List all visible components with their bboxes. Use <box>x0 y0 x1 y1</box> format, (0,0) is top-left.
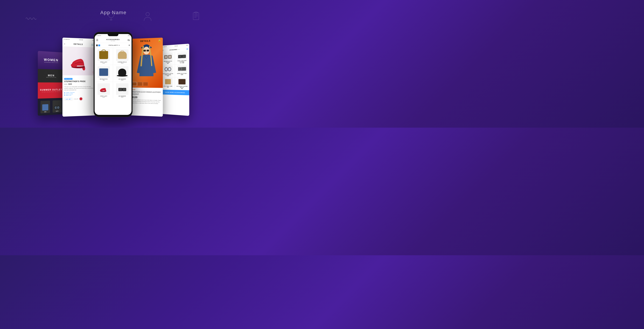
filter-chevron: ▾ <box>119 45 120 46</box>
description: This pair is an undisputable must-have o… <box>64 86 94 91</box>
det-header: ‹ DETAILS 🔒 <box>130 38 163 44</box>
product-price-air-bender: $190 <box>121 80 123 81</box>
carrier: PS SKETCH <box>96 35 101 36</box>
bag-illustration <box>99 51 108 59</box>
filter-label: POPULARITY <box>109 45 118 46</box>
grid-item-heels[interactable]: FIRST LADY $220 <box>95 82 113 99</box>
product-price-heels: $220 <box>102 96 105 98</box>
thumb-1[interactable] <box>132 82 137 86</box>
comb-img <box>163 78 172 85</box>
nav-title: DETAILS <box>74 43 83 46</box>
grid-item-sunglasses[interactable]: AIR BENDER $190 <box>113 82 132 99</box>
phone-notch <box>108 34 118 36</box>
detail-price: $120 <box>132 96 161 99</box>
s5-item-visitor[interactable]: OUTER SPACE VISITOR SUNGLASSES $295 <box>161 65 175 77</box>
feature-1: Leather / Polymers <box>64 92 94 93</box>
brownie-price: $68 <box>162 62 174 64</box>
s5-item-comb[interactable]: HOLLY MARY COMB $38 <box>161 77 175 90</box>
s5-item-brownie[interactable]: BROWNIE HIP SUN GLASSES $68 <box>161 52 175 65</box>
product-price-sunglasses: $190 <box>121 96 123 98</box>
grid-view-icon[interactable] <box>96 44 98 46</box>
glasses-shape <box>54 106 60 109</box>
screen-accessories-list: PS SKETCH 5:50 AM 100% ☰ ACCESORIES 59 ▾… <box>161 44 189 116</box>
show-more-button[interactable]: SHOW MORE ACCESSORIES <box>161 90 189 95</box>
price-1: $89 <box>44 111 46 112</box>
product-info: Mike & Myers STEPMOTHER'S PRIDE $380 $22… <box>62 75 96 102</box>
battery: 100% <box>186 45 188 46</box>
product-image-woodstock <box>98 66 110 78</box>
thumb-3[interactable] <box>143 82 148 86</box>
grid-item-first-lady[interactable]: FIRST LADY $220 <box>95 48 113 65</box>
grid-item-woodstock[interactable]: WOODSTOCK $89 <box>95 65 113 82</box>
visitor-price: $295 <box>162 75 174 76</box>
belt-shape <box>178 67 186 71</box>
s5-title-group: ACCESORIES 59 ▾ <box>170 49 180 51</box>
menu-button[interactable]: ☰ <box>96 39 98 42</box>
feature-text: Made In EU <box>66 95 71 96</box>
thumb-2[interactable] <box>138 82 142 86</box>
phone-inner: PS SKETCH 5:50 AM 100% ☰ ACCESSORIES 130… <box>95 34 132 115</box>
visitor-img <box>163 66 172 73</box>
bag-wicker-illustration <box>118 52 127 59</box>
bulb-icon <box>107 12 116 24</box>
feature-text: Leather / Polymers <box>66 92 74 93</box>
summer-sub: THE BEST-SELLING STUFF FOR 70% OFF <box>42 91 61 92</box>
carrier: PS SKETCH <box>64 39 70 40</box>
products-grid: FIRST LADY $220 CARING PAULA $108 <box>95 48 132 99</box>
color-swatch[interactable] <box>79 97 83 100</box>
grid-item-caring-paula[interactable]: CARING PAULA $108 <box>113 48 132 65</box>
cart-icon[interactable]: 🛍 <box>128 39 130 42</box>
wallet-img <box>177 78 186 86</box>
thumbnail-row <box>132 82 148 86</box>
glasses-brown-shape <box>164 55 171 58</box>
shoe-illustration <box>68 51 90 71</box>
basic-old-price: $120 <box>180 62 182 64</box>
size-label: SIZE <box>66 98 68 100</box>
product-name-crossed: WESTERN EASY RIDER LEATHER JACKET <box>132 91 161 96</box>
men-sub: NEW COLLECTION <box>46 77 56 78</box>
bag-shape <box>42 104 48 110</box>
features: Leather / Polymers Highest Quality Made … <box>64 92 94 96</box>
back-button[interactable]: ‹ <box>64 42 65 45</box>
s5-item-belt[interactable]: SUPER UTILITY BELT $120 <box>175 64 189 77</box>
product-image-sunglasses <box>116 83 128 95</box>
bag-denim-illustration <box>99 68 108 76</box>
svg-point-9 <box>146 12 150 16</box>
det-title: DETAILS <box>140 40 150 42</box>
filter-row: POPULARITY ▾ ⚙ <box>95 43 132 48</box>
svg-rect-23 <box>146 50 149 52</box>
s5-row-3: HOLLY MARY COMB $38 OLD SCHOOL LEATHER W… <box>161 77 189 90</box>
women-section: WOMEN INCREDIBLE PRICE CUTS <box>38 51 64 70</box>
hat-illustration <box>118 68 126 76</box>
price-row: $380 $220 <box>64 83 94 85</box>
grid-item-air-bender[interactable]: AIR BENDER $190 <box>113 65 132 82</box>
new-tag: NEW <box>132 89 161 90</box>
s5-count: 59 <box>178 49 179 50</box>
products-row: $89 $295 <box>38 98 64 116</box>
product-image-heels <box>98 83 110 95</box>
svg-rect-10 <box>193 12 199 20</box>
filter-icon[interactable]: ⚙ <box>128 44 130 46</box>
feature-dot <box>64 94 65 94</box>
comb-shape <box>165 79 171 84</box>
product-glasses: $295 <box>52 100 62 112</box>
list-view-icon[interactable] <box>98 44 100 46</box>
basic-img <box>177 52 186 60</box>
product-price-woodstock: $89 <box>103 80 104 81</box>
svg-line-7 <box>108 13 109 13</box>
grid-icon[interactable]: ⊞ <box>186 48 188 50</box>
screen-details-shoe: PS SKETCH 5:50 AM 100% ‹ DETAILS 🛒 <box>62 38 96 117</box>
feature-dot <box>64 92 65 93</box>
view-toggle <box>96 44 100 46</box>
acc-count: 130 ITEMS <box>106 40 120 42</box>
acc-title: ACCESSORIES <box>106 39 120 40</box>
model-svg <box>135 44 158 88</box>
s5-item-basic[interactable]: BASIC LOOK FAKE GLASSES $120 $95 <box>175 51 189 64</box>
heel-svg-small <box>99 86 108 93</box>
popularity-filter[interactable]: POPULARITY ▾ <box>109 45 120 46</box>
product-image-caring-paula <box>116 49 128 61</box>
s5-item-wallet[interactable]: OLD SCHOOL LEATHER WALLET $99 <box>175 77 189 90</box>
size-selector[interactable]: SIZE 38 ▾ <box>64 98 73 100</box>
dropdown-arrow: ▾ <box>179 49 180 50</box>
new-price: $220 <box>68 83 72 85</box>
